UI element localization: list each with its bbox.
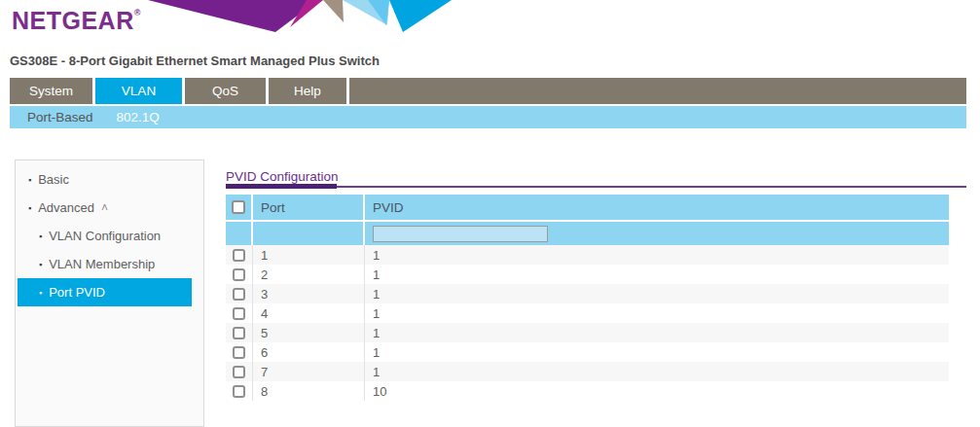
main-nav: System VLAN QoS Help [10,78,966,104]
pvid-cell: 1 [365,284,949,303]
port-cell: 5 [253,323,365,342]
table-row: 2 1 [226,265,949,284]
row-checkbox[interactable] [233,288,245,301]
sidebar-menu: ▪ Basic ▪ Advanced ˄ ▪ VLAN Configuratio… [15,160,204,427]
sidebar-item-basic[interactable]: ▪ Basic [16,165,203,194]
netgear-logo-text: NETGEAR [12,7,134,34]
row-checkbox[interactable] [233,366,245,378]
table-row: 4 1 [226,303,949,323]
table-row: 7 1 [226,362,949,381]
bullet-icon: ▪ [39,260,42,269]
sidebar-item-advanced[interactable]: ▪ Advanced ˄ [16,194,203,222]
netgear-logo: NETGEAR® [12,7,141,35]
table-row: 3 1 [226,284,949,303]
pvid-table: Port PVID 1 1 2 1 3 1 4 1 [226,195,949,401]
device-title: GS308E - 8-Port Gigabit Ethernet Smart M… [10,53,380,68]
tab-qos[interactable]: QoS [185,78,269,104]
bullet-icon: ▪ [39,288,42,298]
sub-nav: Port-Based 802.1Q [10,106,966,128]
tab-system[interactable]: System [10,78,95,104]
row-checkbox[interactable] [233,307,245,320]
section-heading: PVID Configuration [226,169,339,184]
table-row: 6 1 [226,342,949,362]
sidebar-item-port-pvid[interactable]: ▪ Port PVID [18,278,192,306]
sidebar-item-label: Port PVID [49,285,105,300]
port-cell: 4 [253,303,365,323]
heading-rule-accent [226,184,337,189]
bullet-icon: ▪ [28,175,31,185]
pvid-cell: 1 [365,362,949,381]
port-cell: 6 [253,342,365,362]
subnav-item-port-based[interactable]: Port-Based [27,110,93,125]
subnav-item-8021q[interactable]: 802.1Q [117,110,160,125]
table-row: 5 1 [226,323,949,342]
port-cell: 3 [253,284,365,303]
sidebar-item-label: VLAN Membership [49,257,155,271]
sidebar-item-label: Basic [38,172,69,187]
heading-rule [226,186,966,188]
table-row: 8 10 [226,381,949,401]
table-header-row: Port PVID [226,195,949,220]
column-header-port: Port [253,195,365,220]
bullet-icon: ▪ [28,203,31,213]
port-cell: 1 [253,245,365,265]
registered-trademark-icon: ® [134,8,141,18]
pvid-cell: 1 [365,323,949,342]
row-checkbox[interactable] [233,327,245,339]
sidebar-item-label: Advanced [38,200,94,215]
column-header-pvid: PVID [365,195,949,220]
tab-help[interactable]: Help [269,78,349,104]
row-checkbox[interactable] [233,268,245,281]
pvid-cell: 1 [365,245,949,265]
collapse-caret-icon: ˄ [101,201,108,215]
bullet-icon: ▪ [39,231,42,241]
table-row: 1 1 [226,245,949,265]
pvid-cell: 1 [365,342,949,362]
pvid-cell: 1 [365,303,949,323]
pvid-cell: 10 [365,381,949,401]
pvid-input[interactable] [373,226,548,242]
app-window: NETGEAR® GS308E - 8-Port Gigabit Etherne… [0,0,980,427]
sidebar-item-vlan-configuration[interactable]: ▪ VLAN Configuration [16,222,203,250]
row-checkbox[interactable] [233,385,245,398]
banner-graphic [144,0,457,32]
sidebar-item-vlan-membership[interactable]: ▪ VLAN Membership [16,250,203,278]
port-cell: 8 [253,381,365,401]
row-checkbox[interactable] [233,346,245,359]
row-checkbox[interactable] [233,249,245,262]
pvid-cell: 1 [365,265,949,284]
sidebar-item-label: VLAN Configuration [49,229,161,243]
tab-vlan[interactable]: VLAN [95,78,185,104]
port-cell: 7 [253,362,365,381]
port-cell: 2 [253,265,365,284]
select-all-checkbox[interactable] [232,200,245,214]
table-filter-row [226,222,949,245]
